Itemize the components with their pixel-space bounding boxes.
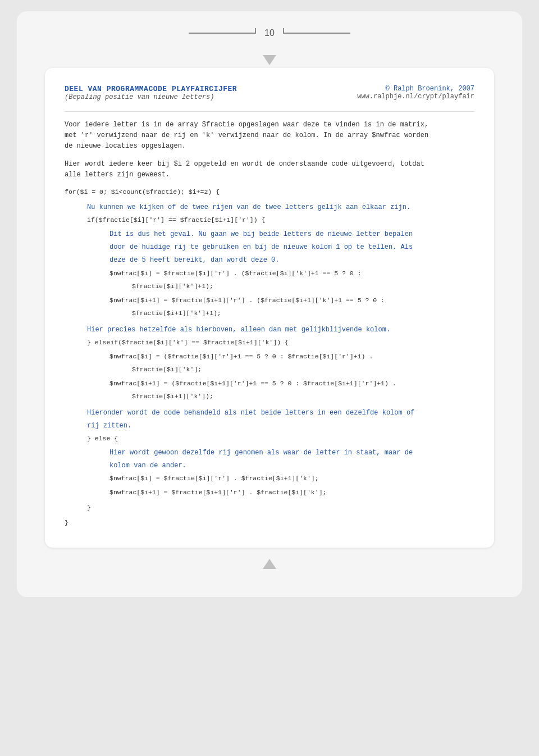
intro-paragraph-2: Hier wordt iedere keer bij $i 2 opgeteld… — [65, 159, 474, 180]
comment-gevonden-1: Dit is dus het geval. Nu gaan we bij bei… — [65, 229, 474, 240]
intro-paragraph-1: Voor iedere letter is in de array $fract… — [65, 120, 474, 152]
nwfrac2-i1-code-1: $nwfrac[$i+1] = ($fractie[$i+1]['r']+1 =… — [65, 379, 474, 389]
bracket-right — [283, 33, 350, 34]
else-open-code: } else { — [65, 434, 474, 444]
if-rij-code: if($fractie[$i]['r'] == $fractie[$i+1]['… — [65, 215, 474, 226]
bracket-left — [189, 33, 256, 34]
comment-gewoon-2: kolom van de ander. — [65, 461, 474, 471]
header-divider — [65, 111, 474, 112]
else-i-code: $nwfrac[$i] = $fractie[$i]['r'] . $fract… — [65, 473, 474, 484]
nwfrac-i-code-1: $nwfrac[$i] = $fractie[$i]['r'] . ($frac… — [65, 268, 474, 279]
comment-hieronder-1: Hieronder wordt de code behandeld als ni… — [65, 408, 474, 418]
page-number: 10 — [256, 28, 283, 38]
arrow-bottom-decoration — [45, 559, 494, 569]
elseif-k-code: } elseif($fractie[$i]['k'] == $fractie[$… — [65, 338, 474, 348]
comment-hetzelfde: Hier precies hetzelfde als hierboven, al… — [65, 325, 474, 335]
nwfrac2-i-code-1: $nwfrac[$i] = ($fractie[$i]['r']+1 == 5 … — [65, 352, 474, 362]
arrow-top-decoration — [45, 55, 494, 65]
arrow-up-icon — [263, 559, 276, 569]
nwfrac-i1-code-1: $nwfrac[$i+1] = $fractie[$i+1]['r'] . ($… — [65, 295, 474, 306]
close-for-code: } — [65, 518, 474, 529]
nwfrac-i1-code-2: $fractie[$i+1]['k']+1); — [65, 308, 474, 319]
content-box: DEEL VAN PROGRAMMACODE PLAYFAIRCIJFER (B… — [45, 68, 494, 548]
comment-hieronder-2: rij zitten. — [65, 421, 474, 431]
header-right: © Ralph Broenink, 2007 www.ralphje.nl/cr… — [357, 85, 474, 101]
url: www.ralphje.nl/crypt/playfair — [357, 93, 474, 101]
close-else-code: } — [65, 503, 474, 513]
comment-gewoon-1: Hier wordt gewoon dezelfde rij genomen a… — [65, 448, 474, 458]
document-header: DEEL VAN PROGRAMMACODE PLAYFAIRCIJFER (B… — [65, 85, 474, 101]
copyright: © Ralph Broenink, 2007 — [357, 85, 474, 93]
for-loop-code: for($i = 0; $i<count($fractie); $i+=2) { — [65, 187, 474, 198]
header-left: DEEL VAN PROGRAMMACODE PLAYFAIRCIJFER (B… — [65, 85, 357, 101]
comment-gevonden-2: door de huidige rij te gebruiken en bij … — [65, 242, 474, 253]
nwfrac2-i-code-2: $fractie[$i]['k']; — [65, 365, 474, 375]
document-title: DEEL VAN PROGRAMMACODE PLAYFAIRCIJFER — [65, 85, 357, 93]
comment-gelijk: Nu kunnen we kijken of de twee rijen van… — [65, 202, 474, 213]
comment-gevonden-3: deze de 5 heeft bereikt, dan wordt deze … — [65, 255, 474, 266]
else-i1-code: $nwfrac[$i+1] = $fractie[$i+1]['r'] . $f… — [65, 488, 474, 498]
arrow-down-icon — [263, 55, 276, 65]
page-container: 10 DEEL VAN PROGRAMMACODE PLAYFAIRCIJFER… — [17, 11, 522, 597]
page-header: 10 — [45, 28, 494, 38]
nwfrac-i-code-2: $fractie[$i]['k']+1); — [65, 281, 474, 292]
document-subtitle: (Bepaling positie van nieuwe letters) — [65, 93, 357, 101]
nwfrac2-i1-code-2: $fractie[$i+1]['k']); — [65, 391, 474, 402]
